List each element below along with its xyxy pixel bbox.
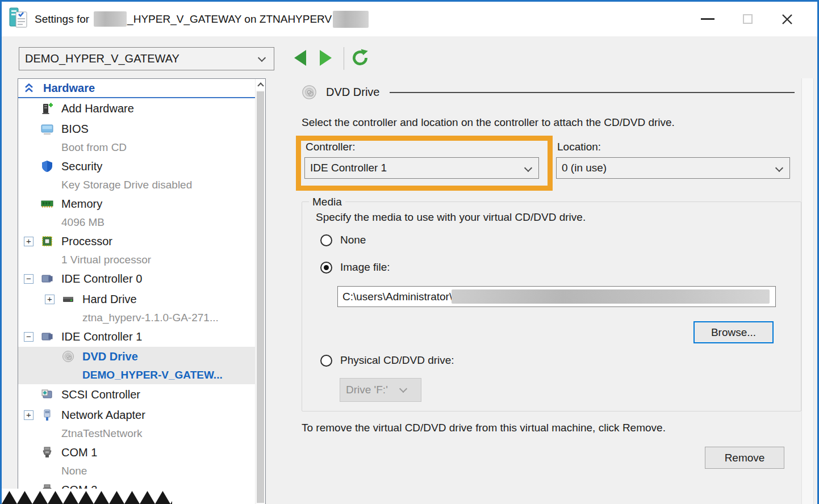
media-groupbox: Media Specify the media to use with your… <box>302 201 801 411</box>
sidebar-subitem-security[interactable]: Key Storage Drive disabled <box>18 177 255 194</box>
close-icon <box>780 12 794 26</box>
close-button[interactable] <box>767 2 807 36</box>
location-label: Location: <box>557 141 601 153</box>
navigate-back-button[interactable] <box>294 50 306 66</box>
maximize-icon <box>743 14 753 24</box>
collapse-chevrons-icon <box>24 83 34 93</box>
radio-none[interactable]: None <box>320 234 366 246</box>
redacted-vm-name <box>94 11 127 27</box>
maximize-button <box>728 2 767 36</box>
physical-drive-value: Drive 'F:' <box>346 384 388 396</box>
hardware-tree-panel: Hardware Add Hardware <box>18 78 266 504</box>
collapse-icon[interactable]: − <box>24 332 34 342</box>
vm-selector-value: DEMO_HYPER_V_GATEWAY <box>25 52 179 65</box>
radio-image-file[interactable]: Image file: <box>320 261 390 274</box>
image-file-path: C:\users\Administrator\ <box>342 291 452 303</box>
scroll-up-button[interactable] <box>256 79 265 90</box>
network-adapter-icon <box>41 409 53 421</box>
redacted-file-path <box>452 289 770 304</box>
controller-dropdown[interactable]: IDE Controller 1 <box>304 157 539 179</box>
chevron-down-icon <box>524 164 532 172</box>
shield-icon <box>41 160 53 173</box>
scrollbar-thumb[interactable] <box>257 91 264 503</box>
chevron-down-icon <box>258 54 266 62</box>
sidebar-subitem-memory[interactable]: 4096 MB <box>18 214 255 231</box>
radio-physical-drive[interactable]: Physical CD/DVD drive: <box>320 354 454 367</box>
header-rule <box>390 92 795 93</box>
window-controls <box>688 2 807 36</box>
sidebar-item-bios[interactable]: BIOS <box>18 119 255 139</box>
sidebar-item-dvd-drive[interactable]: DVD Drive <box>18 347 255 366</box>
location-value: 0 (in use) <box>562 162 607 174</box>
minimize-icon <box>701 18 714 20</box>
sidebar-item-scsi-controller[interactable]: SCSI Controller <box>18 384 255 405</box>
redacted-host-name <box>333 11 369 28</box>
physical-drive-dropdown: Drive 'F:' <box>340 378 421 402</box>
controller-label: Controller: <box>306 141 356 153</box>
expand-icon[interactable]: + <box>24 237 34 246</box>
browse-button[interactable]: Browse... <box>693 321 774 343</box>
title-bar: Settings for_HYPER_V_GATEWAY on ZTNAHYPE… <box>2 2 817 36</box>
refresh-icon <box>350 48 370 68</box>
remove-button[interactable]: Remove <box>705 447 784 469</box>
sidebar-scrollbar[interactable] <box>255 79 265 504</box>
radio-checked-icon <box>320 262 332 274</box>
intro-text: Select the controller and location on th… <box>302 116 675 129</box>
navigate-forward-button[interactable] <box>320 50 332 66</box>
sidebar-item-hard-drive[interactable]: + Hard Drive <box>18 289 255 309</box>
sidebar-item-com1[interactable]: COM 1 <box>18 442 255 463</box>
controller-value: IDE Controller 1 <box>310 162 387 174</box>
sidebar-item-network-adapter[interactable]: + Network Adapter <box>18 405 255 425</box>
chevron-down-icon <box>399 385 407 393</box>
tree-header-hardware[interactable]: Hardware <box>18 79 255 98</box>
sidebar-subitem-hard-drive[interactable]: ztna_hyperv-1.1.0-GA-271... <box>18 309 255 326</box>
chevron-down-icon <box>775 164 783 172</box>
sidebar-subitem-network-adapter[interactable]: ZtnaTestNetwork <box>18 425 255 442</box>
ide-controller-icon <box>41 330 53 343</box>
sidebar-subitem-com1[interactable]: None <box>18 463 255 480</box>
radio-unchecked-icon <box>320 234 332 246</box>
toolbar-divider <box>344 47 344 70</box>
radio-unchecked-icon <box>320 355 332 367</box>
sidebar-item-security[interactable]: Security <box>18 156 255 177</box>
bios-icon <box>41 123 53 135</box>
section-header: DVD Drive <box>302 85 795 100</box>
memory-icon <box>41 198 53 210</box>
media-instruction: Specify the media to use with your virtu… <box>316 211 586 224</box>
remove-hint-text: To remove the virtual CD/DVD drive from … <box>302 422 666 434</box>
sidebar-subitem-processor[interactable]: 1 Virtual processor <box>18 251 255 268</box>
image-file-input[interactable]: C:\users\Administrator\ <box>337 286 776 307</box>
sidebar-item-processor[interactable]: + Processor <box>18 231 255 251</box>
panel-scrollbar-track[interactable] <box>801 78 814 504</box>
com-port-icon <box>41 446 53 459</box>
settings-dialog: Settings for_HYPER_V_GATEWAY on ZTNAHYPE… <box>0 0 819 504</box>
sidebar-subitem-dvd-drive[interactable]: DEMO_HYPER-V_GATEW... <box>18 366 255 384</box>
hyperv-settings-icon <box>9 7 29 32</box>
dvd-disc-icon <box>302 85 317 100</box>
sidebar-selection: DVD Drive DEMO_HYPER-V_GATEW... <box>18 347 255 384</box>
processor-icon <box>41 235 53 247</box>
expand-icon[interactable]: + <box>45 295 55 304</box>
torn-edge-decoration <box>2 489 172 504</box>
chevron-up-icon <box>257 82 264 89</box>
sidebar-item-ide-controller-1[interactable]: − IDE Controller 1 <box>18 326 255 347</box>
refresh-button[interactable] <box>350 48 370 70</box>
window-title: Settings for_HYPER_V_GATEWAY on ZTNAHYPE… <box>35 11 369 28</box>
add-hardware-icon <box>41 102 53 115</box>
sidebar-item-add-hardware[interactable]: Add Hardware <box>18 98 255 119</box>
hardware-tree: Hardware Add Hardware <box>18 79 255 500</box>
collapse-icon[interactable]: − <box>24 274 34 284</box>
hard-drive-icon <box>62 293 74 305</box>
media-legend: Media <box>309 196 345 208</box>
sidebar-subitem-bios[interactable]: Boot from CD <box>18 139 255 156</box>
sidebar-item-ide-controller-0[interactable]: − IDE Controller 0 <box>18 268 255 289</box>
minimize-button[interactable] <box>688 2 728 36</box>
scsi-controller-icon <box>41 388 53 401</box>
expand-icon[interactable]: + <box>24 410 34 420</box>
location-dropdown[interactable]: 0 (in use) <box>556 157 790 179</box>
ide-controller-icon <box>41 272 53 285</box>
sidebar-item-memory[interactable]: Memory <box>18 194 255 214</box>
tree-header-label: Hardware <box>43 82 95 95</box>
vm-selector-dropdown[interactable]: DEMO_HYPER_V_GATEWAY <box>19 47 274 70</box>
section-title: DVD Drive <box>326 86 379 99</box>
